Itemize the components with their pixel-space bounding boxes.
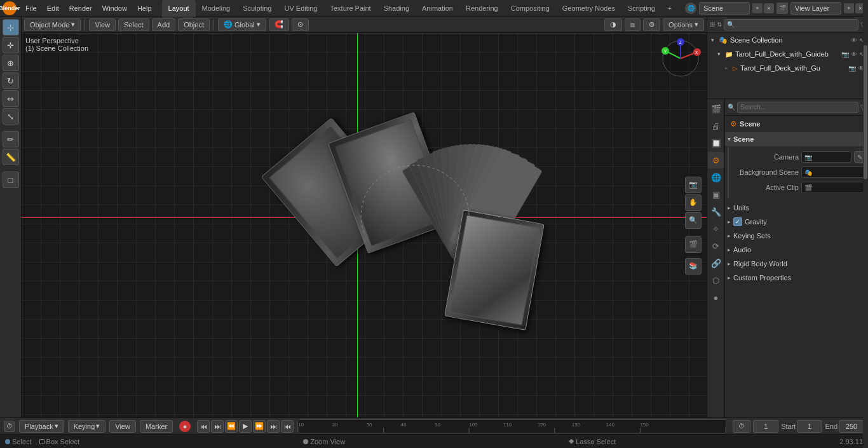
audio-row[interactable]: ▸ Audio [725, 243, 868, 257]
scale-tool-btn[interactable]: ⇔ [3, 90, 19, 107]
keying-btn[interactable]: Keying ▾ [68, 420, 106, 433]
move-tool-btn[interactable]: ⊕ [3, 55, 19, 71]
current-frame-input[interactable] [753, 420, 778, 433]
camera-view-btn[interactable]: 📷 [685, 177, 702, 193]
record-btn[interactable]: ● [179, 421, 191, 432]
fps-btn[interactable]: ⏱ [733, 420, 750, 433]
next-frame-btn[interactable]: ⏩ [253, 420, 266, 433]
tab-layout[interactable]: Layout [162, 0, 196, 17]
menu-edit[interactable]: Edit [42, 0, 64, 17]
jump-end-btn[interactable]: ⏮ [281, 420, 294, 433]
outliner-row-tarot-obj[interactable]: ▸ ▷ Tarot_Full_Deck_with_Gu 📷 👁 [707, 61, 868, 75]
hand-tool-btn[interactable]: ✋ [685, 194, 702, 211]
props-scroll-area[interactable]: ⚙ Scene ▾ Scene Camera [725, 116, 868, 417]
outliner-filter-icon[interactable]: ⊞ [710, 21, 715, 28]
props-view-layer-btn[interactable]: 🔲 [708, 135, 724, 151]
keying-sets-row[interactable]: ▸ Keying Sets [725, 229, 868, 243]
props-scene-btn[interactable]: ⚙ [708, 152, 724, 168]
view-timeline-btn[interactable]: View [109, 420, 136, 433]
units-row[interactable]: ▸ Units [725, 201, 868, 215]
render-mode-btn[interactable]: 🎬 [685, 236, 702, 253]
zoom-tool-btn[interactable]: 🔍 [685, 212, 702, 229]
camera-vis-icon[interactable]: 📷 [841, 51, 849, 58]
select-tool-btn[interactable]: ⊹ [3, 19, 19, 36]
add-menu-btn[interactable]: Add [152, 18, 176, 31]
tab-rendering[interactable]: Rendering [459, 0, 505, 17]
3d-viewport[interactable]: User Perspective (1) Scene Collection [22, 33, 707, 417]
props-modifier-btn[interactable]: 🔧 [708, 203, 724, 220]
props-constraints-btn[interactable]: 🔗 [708, 255, 724, 271]
playback-btn[interactable]: Playback ▾ [19, 420, 64, 433]
rotate-tool-btn[interactable]: ↻ [3, 72, 19, 89]
tab-add[interactable]: + [661, 0, 678, 17]
proportional-edit-btn[interactable]: ⊙ [292, 18, 309, 31]
props-particles-btn[interactable]: ✧ [708, 221, 724, 237]
end-frame-input[interactable] [839, 420, 864, 433]
scroll-thumb[interactable] [864, 116, 867, 179]
view-layer-selector[interactable] [790, 2, 841, 15]
tab-shading[interactable]: Shading [377, 0, 416, 17]
prev-keyframe-btn[interactable]: ⏭ [211, 420, 224, 433]
props-search-input[interactable] [737, 102, 858, 113]
view-layer-add-btn[interactable]: + [844, 3, 854, 13]
scene-remove-btn[interactable]: × [764, 3, 774, 13]
view-layer-icon[interactable]: 🎬 [776, 3, 788, 14]
prev-frame-btn[interactable]: ⏪ [225, 420, 238, 433]
tab-uv-editing[interactable]: UV Editing [278, 0, 323, 17]
menu-window[interactable]: Window [97, 0, 132, 17]
visibility-icon[interactable]: 👁 [851, 37, 857, 44]
measure-tool-btn[interactable]: 📏 [3, 149, 19, 165]
custom-props-row[interactable]: ▸ Custom Properties [725, 271, 868, 285]
props-data-btn[interactable]: ⬡ [708, 272, 724, 288]
tab-animation[interactable]: Animation [416, 0, 459, 17]
props-material-btn[interactable]: ● [708, 289, 724, 306]
object-menu-btn[interactable]: Object [178, 18, 210, 31]
props-world-btn[interactable]: 🌐 [708, 169, 724, 186]
add-cube-btn[interactable]: □ [3, 172, 19, 188]
gizmo-btn[interactable]: ⊚ [643, 18, 660, 31]
timeline-ruler[interactable]: 10 20 30 40 50 100 110 120 130 140 150 [297, 419, 726, 433]
obj-camera-vis-icon[interactable]: 📷 [848, 65, 856, 72]
global-orientation-btn[interactable]: 🌐 Global ▾ [218, 18, 266, 31]
props-physics-btn[interactable]: ⟳ [708, 238, 724, 254]
outliner-row-tarot[interactable]: ▾ 📁 Tarot_Full_Deck_with_Guideb 📷 👁 ↖ [707, 47, 868, 61]
scene-icon[interactable]: 🌐 [685, 3, 696, 14]
bg-scene-value[interactable]: 🎭 [801, 166, 865, 178]
active-clip-value[interactable]: 🎬 [801, 182, 865, 193]
scene-section-header[interactable]: ▾ Scene [725, 132, 868, 146]
tab-compositing[interactable]: Compositing [505, 0, 556, 17]
annotate-tool-btn[interactable]: ✏ [3, 131, 19, 147]
tab-sculpting[interactable]: Sculpting [236, 0, 278, 17]
start-frame-input[interactable] [797, 420, 822, 433]
tab-texture-paint[interactable]: Texture Paint [323, 0, 377, 17]
tab-geometry-nodes[interactable]: Geometry Nodes [556, 0, 621, 17]
scene-add-btn[interactable]: + [752, 3, 763, 13]
props-render-btn[interactable]: 🎬 [708, 100, 724, 117]
tarot-visibility-icon[interactable]: 👁 [851, 51, 857, 58]
transform-tool-btn[interactable]: ⤡ [3, 108, 19, 125]
rigid-body-row[interactable]: ▸ Rigid Body World [725, 257, 868, 271]
outliner-search[interactable] [724, 19, 858, 31]
gravity-checkbox[interactable]: ✓ [733, 217, 742, 226]
outliner-sort-icon[interactable]: ⇅ [717, 21, 722, 28]
view-menu-btn[interactable]: View [89, 18, 116, 31]
select-menu-btn[interactable]: Select [118, 18, 149, 31]
cursor-tool-btn[interactable]: ✛ [3, 37, 19, 53]
timeline-type-btn[interactable]: ⏱ [4, 421, 15, 432]
tab-modeling[interactable]: Modeling [196, 0, 237, 17]
viewport-overlay-btn[interactable]: ⧇ [625, 18, 641, 31]
object-mode-btn[interactable]: Object Mode ▾ [24, 18, 81, 31]
next-keyframe-btn[interactable]: ⏭ [267, 420, 280, 433]
axis-gizmo[interactable]: X Y Z [660, 38, 702, 79]
tab-scripting[interactable]: Scripting [621, 0, 661, 17]
jump-start-btn[interactable]: ⏮ [197, 420, 210, 433]
props-object-btn[interactable]: ▣ [708, 186, 724, 203]
viewport-shading-btn[interactable]: ◑ [604, 18, 622, 31]
marker-btn[interactable]: Marker [140, 420, 173, 433]
collections-btn[interactable]: 📚 [685, 258, 702, 275]
props-search-icon[interactable]: 🔍 [728, 104, 735, 111]
menu-file[interactable]: File [20, 0, 42, 17]
menu-help[interactable]: Help [132, 0, 157, 17]
gravity-row[interactable]: ▸ ✓ Gravity [725, 215, 868, 229]
menu-render[interactable]: Render [64, 0, 97, 17]
